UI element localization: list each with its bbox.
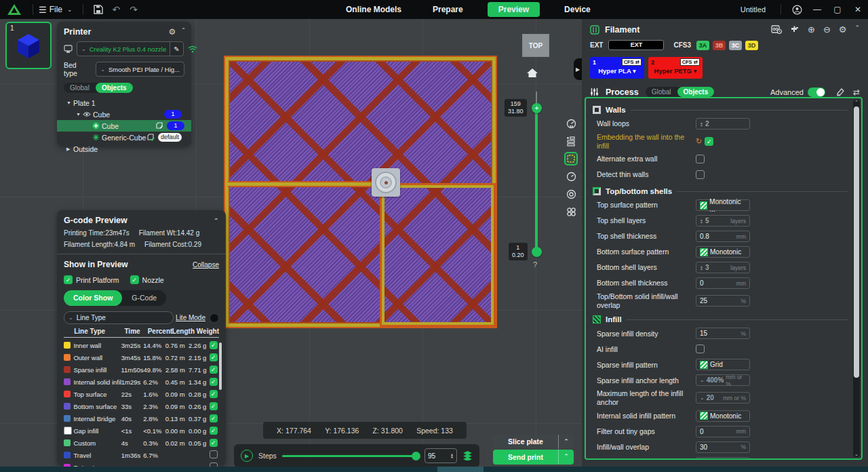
checkbox-icon[interactable]: ✓ bbox=[210, 427, 218, 435]
setting-pattern[interactable]: Grid bbox=[696, 359, 750, 370]
collapse-arrow-icon[interactable]: ▼ bbox=[66, 100, 73, 105]
setting-input[interactable]: 15% bbox=[696, 328, 750, 339]
setting-checkbox[interactable] bbox=[696, 345, 705, 353]
cfs-slot-3d[interactable]: 3D bbox=[745, 41, 758, 50]
advanced-toggle[interactable] bbox=[808, 87, 825, 97]
line-visibility-checkbox[interactable] bbox=[210, 450, 219, 460]
setting-input[interactable]: 0mm bbox=[696, 426, 750, 437]
line-visibility-checkbox[interactable]: ✓ bbox=[210, 390, 219, 398]
scope-objects[interactable]: Objects bbox=[96, 83, 133, 93]
scope-global[interactable]: Global bbox=[646, 87, 677, 97]
flush-tap-icon[interactable] bbox=[790, 24, 800, 35]
chevron-down-icon[interactable]: ⌄ bbox=[62, 0, 77, 19]
file-menu[interactable]: ☰ File bbox=[39, 5, 62, 15]
line-visibility-checkbox[interactable]: ✓ bbox=[210, 414, 219, 422]
filament-name-dropdown[interactable]: Hyper PLA ▾ bbox=[593, 67, 642, 75]
scope-objects[interactable]: Objects bbox=[677, 87, 715, 97]
setting-spinner[interactable]: ▲▼5layers bbox=[696, 215, 750, 227]
setting-dropdown[interactable]: ⌄400%mm or % bbox=[696, 374, 750, 386]
steps-value-stepper[interactable]: 95 ▲▼ bbox=[425, 448, 457, 463]
collapse-panel-icon[interactable]: ⌃ bbox=[214, 217, 219, 224]
view-cube[interactable]: TOP bbox=[522, 34, 549, 57]
setting-input[interactable]: 0.8mm bbox=[696, 231, 750, 242]
tree-item-cube[interactable]: ▼Cube1 bbox=[64, 109, 184, 120]
layer-slider-track[interactable] bbox=[535, 108, 538, 252]
cfs-slot-3b[interactable]: 3B bbox=[713, 41, 726, 50]
cfs-slot-3a[interactable]: 3A bbox=[696, 41, 709, 50]
checkbox-icon[interactable]: ✓ bbox=[130, 275, 139, 284]
slice-plate-button[interactable]: Slice plate ⌃ bbox=[493, 435, 574, 449]
send-print-button[interactable]: Send print ⌃ bbox=[493, 450, 574, 465]
tree-item-generic-cube[interactable]: Generic-Cubedefault bbox=[64, 132, 184, 143]
plate-view-icon-selected[interactable] bbox=[564, 152, 578, 165]
ext-button[interactable]: EXT bbox=[608, 40, 664, 50]
filament-card-1[interactable]: 1CFS ⇄Hyper PLA ▾ bbox=[590, 57, 644, 79]
extruder-badge[interactable]: 1 bbox=[164, 110, 182, 119]
minimize-button[interactable]: — bbox=[807, 5, 827, 14]
checkbox-icon[interactable]: ✓ bbox=[210, 402, 218, 410]
stepper-arrows-icon[interactable]: ▲▼ bbox=[700, 218, 703, 224]
scrollbar-thumb[interactable] bbox=[854, 106, 859, 378]
layer-slider-top-handle[interactable]: + bbox=[532, 103, 542, 113]
speed-gauge-icon[interactable] bbox=[564, 170, 578, 183]
line-visibility-checkbox[interactable]: ✓ bbox=[210, 366, 219, 374]
cfs-slot-3c[interactable]: 3C bbox=[729, 41, 742, 50]
sliced-model-top-view[interactable] bbox=[224, 56, 497, 328]
slice-options-caret[interactable]: ⌃ bbox=[558, 435, 574, 449]
tree-item-outside[interactable]: ▶Outside bbox=[64, 143, 184, 155]
scope-global[interactable]: Global bbox=[64, 83, 96, 93]
layers-mode-icon[interactable] bbox=[462, 451, 473, 460]
compare-sync-icon[interactable]: ⇄ bbox=[853, 87, 860, 97]
line-visibility-checkbox[interactable]: ✓ bbox=[210, 353, 219, 361]
setting-pattern[interactable]: Monotonic bbox=[696, 410, 750, 422]
tab-online-models[interactable]: Online Models bbox=[339, 2, 408, 17]
checkbox-icon[interactable] bbox=[210, 450, 218, 458]
stepper-arrows-icon[interactable]: ▲▼ bbox=[450, 453, 454, 458]
filament-name-dropdown[interactable]: Hyper PETG ▾ bbox=[651, 67, 700, 75]
table-scrollbar[interactable] bbox=[219, 342, 222, 390]
ams-device-icon[interactable] bbox=[771, 24, 782, 35]
layers-list-icon[interactable] bbox=[564, 134, 578, 148]
setting-input[interactable]: 0mm or % bbox=[696, 457, 750, 458]
collapse-arrow-icon[interactable]: ▼ bbox=[76, 112, 83, 117]
tab-device[interactable]: Device bbox=[557, 2, 597, 17]
plate-thumbnail[interactable]: 1 bbox=[5, 22, 52, 69]
send-options-caret[interactable]: ⌃ bbox=[558, 450, 574, 465]
lite-mode-toggle[interactable] bbox=[210, 313, 219, 323]
tree-item-cube[interactable]: Cube1 bbox=[57, 120, 191, 132]
checkbox-icon[interactable]: ✓ bbox=[210, 439, 218, 447]
scroll-up-icon[interactable]: ⌃ bbox=[853, 100, 860, 105]
preview-checkbox-print-platform[interactable]: ✓Print Platform bbox=[64, 275, 119, 284]
line-visibility-checkbox[interactable]: ✓ bbox=[210, 427, 219, 435]
setting-pattern[interactable]: Monotonic ... bbox=[696, 199, 750, 211]
checkbox-icon[interactable]: ✓ bbox=[64, 275, 73, 284]
apps-clover-icon[interactable] bbox=[564, 205, 578, 218]
account-icon[interactable] bbox=[787, 5, 807, 15]
setting-spinner[interactable]: ▲▼3layers bbox=[696, 262, 750, 273]
setting-checkbox[interactable]: ✓ bbox=[705, 137, 713, 146]
play-icon[interactable]: ▶ bbox=[241, 450, 253, 462]
setting-input[interactable]: 0mm bbox=[696, 277, 750, 289]
filament-settings-gear-icon[interactable]: ⚙ bbox=[839, 24, 847, 35]
collapse-panel-icon[interactable]: ⌃ bbox=[854, 24, 860, 35]
section-header-walls[interactable]: Walls bbox=[593, 106, 848, 114]
center-handle-widget[interactable] bbox=[372, 168, 400, 197]
edit-printer-icon[interactable]: ✎ bbox=[170, 42, 182, 56]
wifi-icon[interactable] bbox=[188, 45, 197, 53]
setting-pattern[interactable]: Monotonic bbox=[696, 246, 750, 258]
collapse-link[interactable]: Collapse bbox=[193, 261, 219, 269]
preview-checkbox-nozzle[interactable]: ✓Nozzle bbox=[130, 275, 164, 284]
setting-spinner[interactable]: ▲▼2 bbox=[696, 118, 750, 130]
setting-checkbox[interactable] bbox=[696, 155, 705, 163]
extruder-badge[interactable]: 1 bbox=[167, 121, 184, 130]
tab-prepare[interactable]: Prepare bbox=[426, 2, 470, 17]
layer-slider-bottom-handle[interactable] bbox=[532, 247, 542, 257]
steps-slider[interactable] bbox=[282, 455, 419, 457]
line-visibility-checkbox[interactable]: ✓ bbox=[210, 378, 219, 386]
setting-input[interactable]: 30% bbox=[696, 441, 750, 453]
speed-preview-icon[interactable] bbox=[564, 117, 578, 130]
line-visibility-checkbox[interactable]: ✓ bbox=[210, 341, 219, 349]
expand-arrow-icon[interactable]: ▶ bbox=[66, 146, 73, 152]
close-button[interactable]: ✕ bbox=[848, 5, 868, 14]
steps-slider-handle[interactable] bbox=[412, 452, 420, 460]
